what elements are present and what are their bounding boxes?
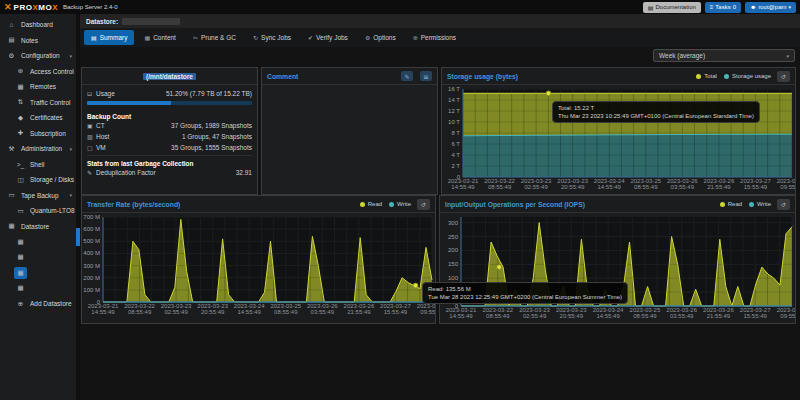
tab-permissions[interactable]: ⊛Permissions	[406, 30, 463, 45]
svg-text:100: 100	[448, 275, 459, 281]
sidebar-item-remotes[interactable]: ▦Remotes	[0, 79, 76, 95]
legend-dot-icon	[720, 202, 725, 207]
svg-text:12 T: 12 T	[448, 108, 460, 114]
sidebar-item-datastore-item-4[interactable]: ▦	[0, 281, 76, 297]
iops-header: Input/Output Operations per Second (IOPS…	[440, 196, 795, 213]
datastore-item-1-icon: ▦	[17, 238, 25, 246]
access-control-icon: ⊛	[17, 67, 25, 75]
sidebar-item-datastore[interactable]: ▦Datastore	[0, 219, 76, 235]
svg-text:2023-03-2320:55:49: 2023-03-2320:55:49	[556, 307, 587, 319]
sidebar-item-datastore-item-2[interactable]: ▦	[0, 250, 76, 266]
sidebar-item-configuration[interactable]: ⚙Configuration▾	[0, 48, 76, 64]
expand-caret-icon[interactable]: ▾	[69, 192, 72, 198]
time-range-select[interactable]: Week (average) ▾	[653, 49, 795, 62]
sidebar-item-add-datastore[interactable]: ⊕Add Datastore	[0, 296, 76, 312]
sidebar-item-notes[interactable]: ▤Notes	[0, 33, 76, 49]
comment-edit-icon[interactable]: ✎	[401, 71, 413, 81]
svg-text:2023-03-2302:55:49: 2023-03-2302:55:49	[519, 307, 550, 319]
deduplication-icon: ✎	[87, 169, 96, 176]
comment-body[interactable]	[262, 85, 437, 194]
tab-sync-jobs[interactable]: ↻Sync Jobs	[246, 30, 298, 45]
chart-undo-zoom-icon[interactable]: ↺	[417, 199, 430, 210]
tab-options[interactable]: ⚙Options	[358, 30, 403, 45]
svg-text:2 T: 2 T	[451, 163, 460, 169]
transfer-rate-panel: Transfer Rate (bytes/second) ReadWrite ↺…	[81, 195, 436, 324]
tab-verify-jobs[interactable]: ✔Verify Jobs	[301, 30, 355, 45]
svg-text:300 M: 300 M	[83, 263, 100, 269]
datastore-path-title: (/mnt/datastore	[143, 73, 196, 80]
tab-permissions-icon: ⊛	[413, 34, 418, 41]
sidebar-item-dashboard[interactable]: ⌂Dashboard	[0, 17, 76, 33]
usage-progress-fill	[87, 101, 171, 105]
svg-text:2023-03-2809:55:49: 2023-03-2809:55:49	[417, 303, 435, 315]
svg-text:2023-03-2508:55:49: 2023-03-2508:55:49	[630, 178, 661, 190]
administration-icon: ⚒	[8, 145, 16, 153]
tab-prune-gc[interactable]: ✂Prune & GC	[186, 30, 243, 45]
dedup-label: Deduplication Factor	[96, 169, 156, 176]
comment-panel: Comment ✎ ⊞	[261, 67, 438, 195]
iops-panel: Input/Output Operations per Second (IOPS…	[439, 195, 796, 324]
sidebar-nav: ⌂Dashboard▤Notes⚙Configuration▾⊛Access C…	[0, 14, 76, 400]
chart-undo-zoom-icon[interactable]: ↺	[777, 199, 790, 210]
dedup-row: ✎ Deduplication Factor 32.91	[87, 167, 252, 178]
sidebar-item-traffic-control[interactable]: ⇅Traffic Control	[0, 95, 76, 111]
sidebar-item-label: Access Control	[30, 68, 74, 75]
product-version: Backup Server 2.4-0	[63, 4, 118, 10]
expand-caret-icon[interactable]: ▾	[69, 146, 72, 152]
storage-disks-icon: ◫	[17, 176, 25, 184]
proxmox-backup-server-app: ✕ PROXMOX Backup Server 2.4-0 ▤Documenta…	[0, 0, 800, 400]
tab-content[interactable]: ▦Content	[137, 30, 182, 45]
usage-panel: (/mnt/datastore ⊡ Usage 51.20% (7.79 TB …	[81, 67, 258, 195]
usage-progress-bar	[87, 101, 252, 105]
usage-value: 51.20% (7.79 TB of 15.22 TB)	[166, 90, 252, 97]
svg-text:2023-03-2302:55:49: 2023-03-2302:55:49	[161, 303, 192, 315]
svg-text:500 M: 500 M	[83, 238, 100, 244]
sidebar-item-storage-disks[interactable]: ◫Storage / Disks	[0, 172, 76, 188]
sidebar-item-administration[interactable]: ⚒Administration▾	[0, 141, 76, 157]
transfer-rate-chart[interactable]: 700 M600 M500 M400 M300 M200 M100 M02023…	[82, 213, 435, 323]
tab-options-icon: ⚙	[365, 34, 370, 41]
documentation-button[interactable]: ▤Documentation	[643, 2, 701, 13]
tab-label: Verify Jobs	[316, 34, 348, 41]
configuration-icon: ⚙	[8, 52, 16, 60]
host-icon: ▥	[87, 133, 96, 140]
sidebar-item-label: Configuration	[21, 52, 60, 59]
sidebar-splitter[interactable]	[76, 14, 80, 400]
sidebar-item-certificates[interactable]: ◆Certificates	[0, 110, 76, 126]
sidebar-item-datastore-item-1[interactable]: ▦	[0, 234, 76, 250]
chevron-down-icon: ▾	[786, 53, 789, 59]
datastore-item-3-icon: ▦	[17, 269, 25, 277]
svg-text:2023-03-2508:55:49: 2023-03-2508:55:49	[270, 303, 301, 315]
user-menu-button[interactable]: ☻root@pam▾	[745, 2, 796, 13]
expand-caret-icon[interactable]: ▾	[69, 53, 72, 59]
comment-expand-icon[interactable]: ⊞	[420, 71, 432, 81]
svg-text:2023-03-2414:55:49: 2023-03-2414:55:49	[234, 303, 265, 315]
tab-summary[interactable]: ▤Summary	[84, 30, 134, 45]
svg-text:2023-03-2603:55:49: 2023-03-2603:55:49	[307, 303, 338, 315]
tape-quantum-lto8-icon: ▭	[17, 207, 25, 215]
datastore-name-redacted	[122, 18, 180, 25]
sidebar-item-tape-backup[interactable]: ▭Tape Backup▾	[0, 188, 76, 204]
svg-text:2023-03-2114:55:49: 2023-03-2114:55:49	[88, 303, 119, 315]
sidebar-item-access-control[interactable]: ⊛Access Control	[0, 64, 76, 80]
usage-panel-header: (/mnt/datastore	[82, 68, 257, 85]
tasks-button[interactable]: ≡Tasks0	[705, 2, 741, 13]
sidebar-item-tape-quantum-lto8[interactable]: ▭Quantum-LTO8	[0, 203, 76, 219]
sidebar-item-datastore-item-3[interactable]: ▦	[0, 265, 76, 281]
sidebar-item-label: Quantum-LTO8	[30, 207, 75, 214]
svg-text:200 M: 200 M	[83, 275, 100, 281]
chart-undo-zoom-icon[interactable]: ↺	[777, 71, 790, 82]
user-icon: ☻	[750, 4, 756, 10]
storage-usage-header: Storage usage (bytes) TotalStorage usage…	[442, 68, 795, 85]
sidebar-item-shell[interactable]: >_Shell	[0, 157, 76, 173]
svg-text:14 T: 14 T	[448, 97, 460, 103]
backup-count-row-vm: ▢VM35 Groups, 1555 Snapshots	[87, 142, 252, 153]
splitter-drag-handle[interactable]	[76, 228, 80, 246]
tab-label: Content	[153, 34, 176, 41]
svg-text:2023-03-2621:55:49: 2023-03-2621:55:49	[703, 307, 734, 319]
legend-write: Write	[749, 201, 771, 207]
iops-chart[interactable]: 3002502001501005002023-03-2114:55:492023…	[440, 213, 795, 323]
sidebar-item-label: Storage / Disks	[30, 176, 74, 183]
sidebar-item-subscription[interactable]: ✚Subscription	[0, 126, 76, 142]
svg-text:2023-03-2715:55:49: 2023-03-2715:55:49	[740, 178, 771, 190]
